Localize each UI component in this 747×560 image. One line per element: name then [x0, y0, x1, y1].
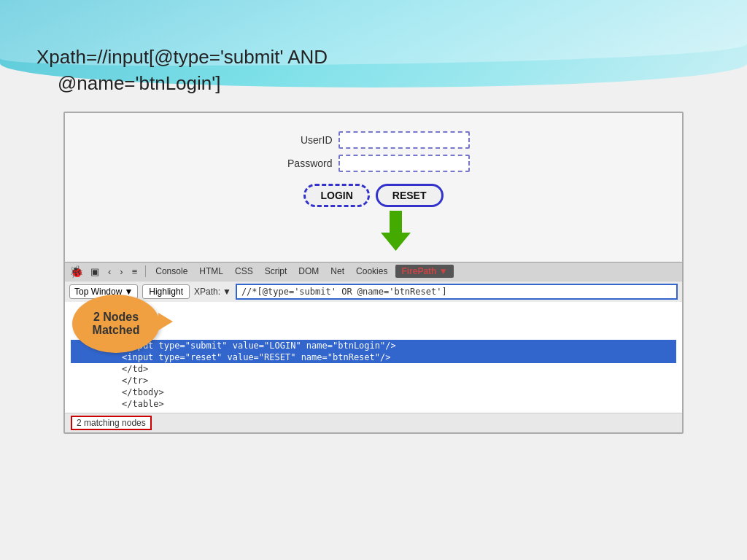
slide-title: Xpath=//input[@type='submit' AND @name='… — [36, 44, 711, 97]
tree-line: </tbody> — [71, 386, 676, 398]
userid-label: UserID — [278, 134, 333, 146]
reset-button[interactable]: RESET — [376, 184, 444, 207]
status-bar: 2 matching nodes — [65, 413, 682, 432]
tree-line-highlighted-1: <input type="submit" value="LOGIN" name=… — [71, 340, 676, 351]
tree-line: </tr> — [71, 375, 676, 386]
bug-icon: 🐞 — [69, 265, 84, 279]
tab-script[interactable]: Script — [261, 265, 291, 277]
xpath-bar: Top Window ▼ Highlight XPath: ▼ — [65, 281, 682, 302]
tab-console[interactable]: Console — [152, 265, 191, 277]
title-line2: @name='btnLogin'] — [58, 72, 221, 94]
login-area: UserID Password LOGIN RESET — [65, 113, 682, 262]
down-arrow-svg — [379, 211, 412, 251]
multiline-icon[interactable]: ≡ — [130, 265, 140, 278]
tree-line-highlighted-2: <input type="reset" value="RESET" name="… — [71, 351, 676, 363]
tree-line: </td> — [71, 363, 676, 375]
firebug-toolbar: 🐞 ▣ ‹ › ≡ Console HTML CSS Script DOM Ne… — [65, 262, 682, 281]
login-button[interactable]: LOGIN — [303, 184, 369, 207]
xpath-input[interactable] — [236, 284, 678, 300]
password-label: Password — [278, 158, 333, 169]
svg-marker-0 — [381, 211, 411, 251]
toolbar-sep1 — [145, 265, 146, 277]
forward-icon[interactable]: › — [117, 265, 125, 278]
bubble-container: 2 NodesMatched ⊟ <tr> <td/> ⊟ <td> <inpu… — [65, 302, 682, 413]
tab-html[interactable]: HTML — [196, 265, 227, 277]
tab-css[interactable]: CSS — [231, 265, 257, 277]
inspect-icon[interactable]: ▣ — [88, 265, 101, 278]
screenshot-box: UserID Password LOGIN RESET — [63, 112, 684, 434]
password-input[interactable] — [338, 155, 470, 172]
slide-content: Xpath=//input[@type='submit' AND @name='… — [0, 0, 747, 448]
tree-line: </table> — [71, 398, 676, 410]
tab-cookies[interactable]: Cookies — [352, 265, 391, 277]
back-icon[interactable]: ‹ — [106, 265, 113, 278]
xpath-dropdown-arrow[interactable]: ▼ — [222, 287, 231, 297]
speech-bubble: 2 NodesMatched — [72, 295, 160, 353]
matching-nodes-badge: 2 matching nodes — [71, 416, 152, 430]
userid-row: UserID — [278, 131, 470, 149]
title-line1: Xpath=//input[@type='submit' AND — [36, 46, 328, 68]
tab-firepath[interactable]: FirePath ▼ — [395, 265, 453, 278]
login-form: UserID Password LOGIN RESET — [80, 131, 667, 207]
tab-net[interactable]: Net — [327, 265, 348, 277]
password-row: Password — [278, 155, 470, 172]
arrow-down — [123, 207, 667, 251]
tab-dom[interactable]: DOM — [295, 265, 322, 277]
highlight-button[interactable]: Highlight — [142, 284, 190, 299]
xpath-label: XPath: ▼ — [194, 287, 231, 297]
buttons-row: LOGIN RESET — [303, 184, 443, 207]
userid-input[interactable] — [338, 131, 470, 149]
xpath-text-label: XPath: — [194, 287, 220, 297]
